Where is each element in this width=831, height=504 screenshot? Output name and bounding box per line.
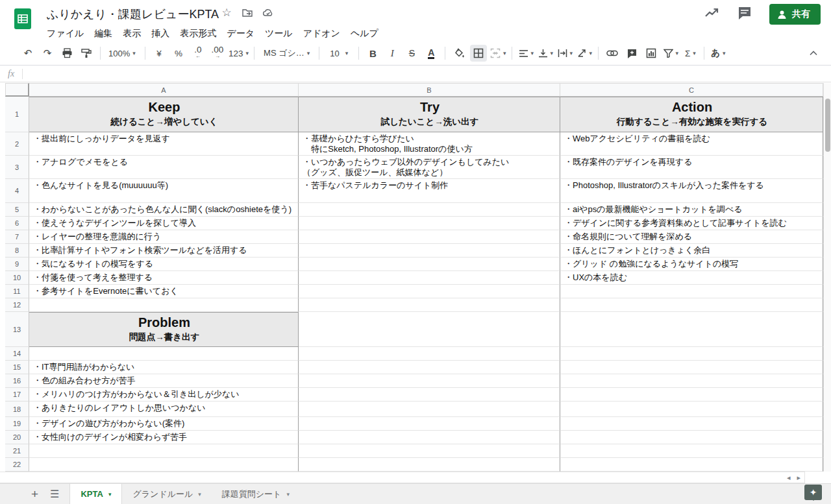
row-header-20[interactable]: 20 bbox=[5, 431, 29, 444]
cell-B15[interactable] bbox=[299, 361, 560, 374]
cell-A5[interactable]: ・わからないことがあったら色んな人に聞く(slackのoshieteを使う) bbox=[29, 203, 299, 217]
increase-decimal-button[interactable]: .00→ bbox=[209, 45, 226, 62]
cell-C9[interactable]: ・グリッド の勉強になるようなサイトの模写 bbox=[560, 258, 823, 271]
move-folder-icon[interactable] bbox=[242, 7, 253, 19]
star-icon[interactable]: ☆ bbox=[221, 7, 232, 19]
cell-A22[interactable] bbox=[29, 458, 299, 472]
cell-B1[interactable]: Try試したいこと→洗い出す bbox=[299, 97, 560, 132]
cell-B17[interactable] bbox=[299, 388, 560, 402]
bold-button[interactable]: B bbox=[364, 45, 381, 62]
row-header-8[interactable]: 8 bbox=[5, 244, 29, 258]
row-header-10[interactable]: 10 bbox=[5, 271, 29, 285]
scroll-left-icon[interactable]: ◂ bbox=[787, 473, 791, 483]
zoom-select[interactable]: 100% bbox=[106, 45, 140, 62]
fill-color-button[interactable] bbox=[451, 45, 467, 62]
cell-C22[interactable] bbox=[560, 458, 823, 472]
font-size-select[interactable]: 10 bbox=[325, 45, 353, 62]
add-sheet-button[interactable]: + bbox=[31, 487, 38, 501]
cell-C8[interactable]: ・ほんとにフォントとけっきょく余白 bbox=[560, 244, 823, 258]
cell-A19[interactable]: ・デザインの遊び方がわからない(案件) bbox=[29, 417, 299, 431]
cell-C2[interactable]: ・Webアクセシビリティの書籍を読む bbox=[560, 132, 823, 156]
cell-B7[interactable] bbox=[299, 230, 560, 244]
cell-B21[interactable] bbox=[299, 444, 560, 458]
cell-C21[interactable] bbox=[560, 444, 823, 458]
cell-C10[interactable]: ・UXの本を読む bbox=[560, 271, 823, 285]
undo-button[interactable]: ↶ bbox=[19, 45, 36, 62]
cell-B16[interactable] bbox=[299, 374, 560, 388]
cell-A10[interactable]: ・付箋を使って考えを整理する bbox=[29, 271, 299, 285]
row-header-2[interactable]: 2 bbox=[5, 132, 29, 156]
cell-C14[interactable] bbox=[560, 347, 823, 361]
cell-B22[interactable] bbox=[299, 458, 560, 472]
cell-C5[interactable]: ・aiやpsの最新機能やショートカットを調べる bbox=[560, 203, 823, 217]
cell-A12[interactable] bbox=[29, 298, 299, 312]
row-header-16[interactable]: 16 bbox=[5, 374, 29, 388]
cell-A3[interactable]: ・アナログでメモをとる bbox=[29, 156, 299, 179]
insert-chart-button[interactable] bbox=[643, 45, 660, 62]
print-button[interactable] bbox=[58, 45, 75, 62]
row-header-6[interactable]: 6 bbox=[5, 217, 29, 230]
document-title[interactable]: ふりかえり・課題レビューKPTA bbox=[47, 6, 219, 22]
cell-C18[interactable] bbox=[560, 402, 823, 417]
functions-button[interactable]: Σ bbox=[682, 45, 699, 62]
number-format-select[interactable]: 123 bbox=[229, 45, 249, 62]
menu-item-8[interactable]: ヘルプ bbox=[345, 27, 384, 41]
row-header-11[interactable]: 11 bbox=[5, 285, 29, 298]
cell-A18[interactable]: ・ありきたりのレイアウトしか思いつかない bbox=[29, 402, 299, 417]
format-percent-button[interactable]: % bbox=[170, 45, 187, 62]
menu-item-3[interactable]: 挿入 bbox=[146, 27, 175, 41]
cell-C19[interactable] bbox=[560, 417, 823, 431]
cell-B18[interactable] bbox=[299, 402, 560, 417]
cell-A7[interactable]: ・レイヤーの整理を意識的に行う bbox=[29, 230, 299, 244]
cell-B9[interactable] bbox=[299, 258, 560, 271]
cell-B5[interactable] bbox=[299, 203, 560, 217]
strikethrough-button[interactable]: S bbox=[403, 45, 420, 62]
cloud-saved-icon[interactable] bbox=[262, 7, 274, 19]
cell-B11[interactable] bbox=[299, 285, 560, 298]
filter-button[interactable] bbox=[662, 45, 679, 62]
cell-C16[interactable] bbox=[560, 374, 823, 388]
text-rotation-select[interactable] bbox=[576, 45, 593, 62]
cell-C1[interactable]: Action行動すること→有効な施策を実行する bbox=[560, 97, 823, 132]
explore-button[interactable]: ✦ bbox=[804, 485, 822, 500]
row-header-5[interactable]: 5 bbox=[5, 203, 29, 217]
cell-B8[interactable] bbox=[299, 244, 560, 258]
menu-item-6[interactable]: ツール bbox=[260, 27, 298, 41]
cell-A6[interactable]: ・使えそうなデザインツールを探して導入 bbox=[29, 217, 299, 230]
select-all-corner[interactable] bbox=[5, 83, 29, 97]
cell-B10[interactable] bbox=[299, 271, 560, 285]
cell-A20[interactable]: ・女性向けのデザインが相変わらず苦手 bbox=[29, 431, 299, 444]
share-button[interactable]: 共有 bbox=[769, 4, 821, 25]
row-header-14[interactable]: 14 bbox=[5, 347, 29, 361]
redo-button[interactable]: ↷ bbox=[39, 45, 56, 62]
comments-icon[interactable] bbox=[737, 5, 752, 23]
menu-item-7[interactable]: アドオン bbox=[298, 27, 345, 41]
text-color-button[interactable]: A bbox=[423, 45, 440, 62]
cell-B12[interactable] bbox=[299, 298, 560, 312]
row-header-15[interactable]: 15 bbox=[5, 361, 29, 374]
cell-C7[interactable]: ・命名規則について理解を深める bbox=[560, 230, 823, 244]
cell-A16[interactable]: ・色の組み合わせ方が苦手 bbox=[29, 374, 299, 388]
cell-B6[interactable] bbox=[299, 217, 560, 230]
cell-B20[interactable] bbox=[299, 431, 560, 444]
cell-B4[interactable]: ・苦手なパステルカラーのサイト制作 bbox=[299, 179, 560, 203]
sheet-tab-2[interactable]: 課題質問シート bbox=[212, 484, 300, 504]
row-header-9[interactable]: 9 bbox=[5, 258, 29, 271]
cell-C17[interactable] bbox=[560, 388, 823, 402]
vertical-scrollbar[interactable] bbox=[823, 83, 831, 472]
column-header-B[interactable]: B bbox=[299, 83, 560, 97]
cell-A15[interactable]: ・IT専門用語がわからない bbox=[29, 361, 299, 374]
row-header-13[interactable]: 13 bbox=[5, 312, 29, 347]
cell-A14[interactable] bbox=[29, 347, 299, 361]
cell-A17[interactable]: ・メリハリのつけ方がわからない＆引き出しが少ない bbox=[29, 388, 299, 402]
sheets-logo-icon[interactable] bbox=[12, 5, 34, 33]
borders-button[interactable] bbox=[470, 45, 487, 62]
sheet-tab-0[interactable]: KPTA bbox=[69, 484, 122, 504]
cell-C15[interactable] bbox=[560, 361, 823, 374]
cell-B2[interactable]: ・基礎からひたすら学びたい 特にSketch, Photoshop, Illus… bbox=[299, 132, 560, 156]
cell-A4[interactable]: ・色んなサイトを見る(muuuuuu等) bbox=[29, 179, 299, 203]
vertical-scroll-thumb[interactable] bbox=[825, 99, 830, 152]
cell-A2[interactable]: ・提出前にしっかりデータを見返す bbox=[29, 132, 299, 156]
insert-comment-button[interactable] bbox=[623, 45, 640, 62]
vertical-align-select[interactable] bbox=[537, 45, 554, 62]
